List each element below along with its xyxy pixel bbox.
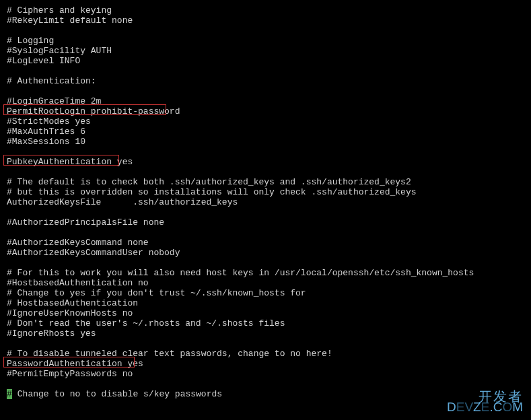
config-line: # but this is overridden so installation… [7,187,524,197]
config-line: #MaxAuthTries 6 [7,127,524,137]
cursor: # [7,389,12,399]
config-line [7,147,524,157]
config-line: # Authentication: [7,76,524,86]
config-line: # Ciphers and keying [7,5,524,15]
config-file-editor[interactable]: # Ciphers and keying#RekeyLimit default … [0,0,531,405]
config-line: PubkeyAuthentication yes [7,157,524,167]
config-line [7,258,524,268]
config-line: PermitRootLogin prohibit-password [7,106,524,116]
config-line: #IgnoreRhosts yes [7,328,524,339]
config-line: # Logging [7,36,524,46]
config-line [7,379,524,389]
config-line: # Change to yes if you don't trust ~/.ss… [7,288,524,298]
config-line: AuthorizedKeysFile .ssh/authorized_keys [7,197,524,207]
config-line: #StrictModes yes [7,116,524,127]
config-line: #MaxSessions 10 [7,137,524,147]
config-line: #SyslogFacility AUTH [7,46,524,56]
config-line [7,167,524,177]
config-line [7,339,524,349]
config-line [7,207,524,217]
config-line: PasswordAuthentication yes [7,359,524,369]
config-line: # Change to no to disable s/key password… [7,389,524,399]
config-line: # The default is to check both .ssh/auth… [7,177,524,187]
config-line: # To disable tunneled clear text passwor… [7,349,524,359]
config-line [7,66,524,76]
config-line: # Don't read the user's ~/.rhosts and ~/… [7,318,524,328]
config-line: #AuthorizedKeysCommand none [7,238,524,248]
config-line: #AuthorizedKeysCommandUser nobody [7,248,524,258]
config-line [7,228,524,238]
config-line: #HostbasedAuthentication no [7,278,524,288]
config-line: #IgnoreUserKnownHosts no [7,308,524,318]
config-line: #PermitEmptyPasswords no [7,369,524,379]
config-line [7,86,524,96]
config-line: #LogLevel INFO [7,56,524,66]
config-line: #LoginGraceTime 2m [7,96,524,106]
config-line: # For this to work you will also need ho… [7,268,524,278]
config-line: #RekeyLimit default none [7,15,524,26]
config-line: #AuthorizedPrincipalsFile none [7,217,524,228]
config-line: # HostbasedAuthentication [7,298,524,308]
config-line [7,26,524,36]
